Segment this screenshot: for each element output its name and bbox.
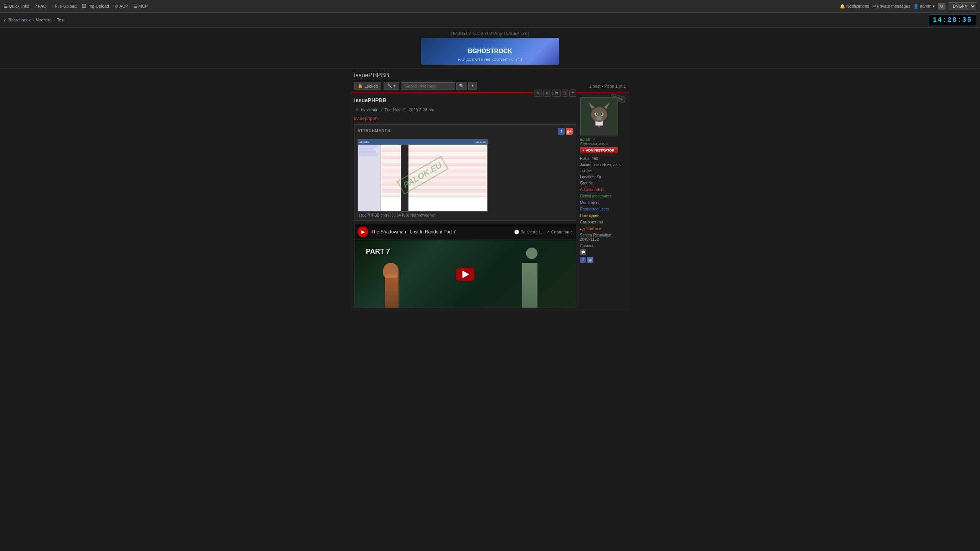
- youtube-play-button[interactable]: [456, 268, 474, 281]
- settings-button[interactable]: ⚙: [938, 3, 946, 10]
- acp-link[interactable]: ⚙ ACP: [114, 4, 128, 9]
- advanced-search-button[interactable]: ✦: [468, 82, 477, 90]
- sr13: [382, 187, 487, 190]
- advanced-search-icon: ✦: [471, 83, 474, 88]
- banner-image[interactable]: BGHOSTROCK НАЙ-ДОБРИТЕ УЕБ ХОСТИНГ УСЛУГ…: [421, 38, 559, 65]
- post-count-info: 1 post • Page 1 of 1: [589, 84, 626, 88]
- user-profile-link[interactable]: 👤 admin ▾: [913, 4, 935, 9]
- sr15: [382, 194, 487, 197]
- delete-post-button[interactable]: ✕: [543, 90, 551, 97]
- screenshot-content: [381, 145, 487, 211]
- group-global-moderators-link[interactable]: Global moderators: [580, 194, 611, 198]
- theme-selector[interactable]: DVGFX: [949, 2, 976, 10]
- attachment-screenshot[interactable]: admin.log Administrator: [358, 139, 488, 212]
- banner-tagline: НАЙ-ДОБРИТЕ УЕБ ХОСТИНГ УСЛУГИ: [458, 58, 522, 62]
- author-link[interactable]: admin: [367, 108, 379, 112]
- posts-stat: Posts: 460: [580, 156, 626, 162]
- svg-point-14: [596, 116, 602, 121]
- user-avatar: [580, 97, 618, 135]
- user-group-links: Administrators Global moderators Moderat…: [580, 186, 626, 232]
- board-index-link[interactable]: Board index: [8, 18, 31, 22]
- group-poll-link[interactable]: Потвърден: [580, 214, 599, 218]
- sr7: [382, 166, 487, 169]
- topic-title: issuePHPBB: [354, 72, 626, 79]
- black-bar: [401, 145, 408, 211]
- img-icon: 🖼: [82, 4, 86, 8]
- vk-icon[interactable]: vk: [587, 257, 593, 263]
- post-main: issuePHPBB ✎ ✕ ⚑ ℹ ❝: [354, 97, 576, 308]
- admin-badge: ♥ ADMINISTRATOR: [580, 147, 618, 153]
- breadcrumb-sep-2: ›: [54, 18, 55, 22]
- quick-links-menu[interactable]: ☰ Quick links: [4, 4, 29, 9]
- group-samo-link[interactable]: Само истина: [580, 220, 603, 224]
- post-title: issuePHPBB: [354, 97, 387, 103]
- username-display: admin ✓: [580, 137, 626, 142]
- user-sidebar: Online: [580, 97, 626, 308]
- notifications-link[interactable]: 🔔 Notifications: [840, 4, 869, 9]
- search-submit-button[interactable]: 🔍: [456, 82, 467, 90]
- attachment-image-container[interactable]: admin.log Administrator: [358, 139, 488, 212]
- group-administrators-link[interactable]: Administrators: [580, 187, 604, 192]
- edit-icon: ✎: [536, 91, 540, 95]
- group-moderators-link[interactable]: Moderators: [580, 201, 599, 205]
- faq-link[interactable]: ? FAQ: [34, 4, 46, 8]
- file-upload-link[interactable]: ↑ File-Upload: [52, 4, 77, 8]
- sr3: [382, 152, 487, 155]
- avatar-svg: [581, 98, 617, 135]
- edit-post-button[interactable]: ✎: [534, 90, 542, 97]
- section-link[interactable]: Чистота: [36, 18, 52, 22]
- faq-icon: ?: [34, 4, 37, 8]
- img-upload-link[interactable]: 🖼 Img-Upload: [82, 4, 109, 8]
- private-messages-link[interactable]: ✉ Private messages: [872, 4, 910, 9]
- facebook-icon[interactable]: f: [580, 257, 586, 263]
- breadcrumb: ⌂ Board index › Чистота › Test: [4, 18, 65, 22]
- share-google-button[interactable]: g+: [566, 128, 573, 135]
- joined-stat: Joined: Tue Feb 28, 2023 1:35 pm: [580, 162, 626, 174]
- top-navigation: ☰ Quick links ? FAQ ↑ File-Upload 🖼 Img-…: [0, 0, 980, 13]
- quote-post-button[interactable]: ❝: [569, 90, 576, 97]
- youtube-share-button[interactable]: ↗ Споделяне: [546, 230, 573, 235]
- topic-search-area: 🔍 ✦: [402, 82, 478, 90]
- username-link[interactable]: admin: [580, 137, 591, 142]
- gear-icon: ⚙: [940, 4, 944, 8]
- play-triangle: [462, 271, 469, 278]
- sr4: [382, 156, 487, 159]
- mcp-icon: ☰: [134, 4, 137, 9]
- sr14: [382, 190, 487, 193]
- youtube-watch-button[interactable]: 🕐 За гледан...: [514, 230, 544, 235]
- group-special-link[interactable]: Да 'Контакти: [580, 227, 603, 231]
- post-actions: ✎ ✕ ⚑ ℹ ❝: [534, 90, 576, 97]
- banner-brand: BGHOSTROCK: [468, 48, 512, 55]
- contact-icons: 💬: [580, 249, 626, 255]
- bell-icon: 🔔: [840, 4, 845, 9]
- post-icon: ◾: [354, 107, 359, 112]
- info-post-button[interactable]: ℹ: [562, 90, 568, 97]
- youtube-title: The Shadowman | Lost In Random Part 7: [371, 229, 456, 235]
- upload-icon: ↑: [52, 4, 54, 8]
- user-icon: 👤: [913, 4, 919, 9]
- youtube-thumbnail[interactable]: PART 7: [354, 240, 576, 308]
- banner-label: [ РАЗМЕНИ СВОЯ УНИКАЛЕН БАНЕР ТУК ]: [4, 31, 976, 36]
- topic-search-input[interactable]: [402, 82, 455, 90]
- sr6: [382, 163, 487, 166]
- send-pm-button[interactable]: 💬: [580, 249, 586, 255]
- acp-icon: ⚙: [114, 4, 118, 9]
- user-role: Администратор: [580, 142, 626, 146]
- screenshot-body: [358, 145, 487, 211]
- group-registered-link[interactable]: Registered users: [580, 207, 609, 211]
- social-icons: f vk: [580, 257, 626, 263]
- topic-tools-button[interactable]: 🔧 ▾: [384, 82, 399, 90]
- post-area: issuePHPBB ✎ ✕ ⚑ ℹ ❝: [350, 93, 630, 312]
- breadcrumb-bar: ⌂ Board index › Чистота › Test 14:28:35: [0, 13, 980, 28]
- youtube-part-label: PART 7: [366, 248, 390, 256]
- current-topic: Test: [57, 18, 65, 22]
- sr9: [382, 173, 487, 176]
- report-post-button[interactable]: ⚑: [552, 90, 561, 97]
- main-content: issuePHPBB 🔒 Locked 🔧 ▾ 🔍 ✦ 1 post: [350, 69, 630, 312]
- heart-icon: ♥: [582, 148, 584, 152]
- mcp-link[interactable]: ☰ MCP: [134, 4, 148, 9]
- share-facebook-button[interactable]: f: [558, 128, 565, 135]
- attachment-filename: issuePHPBB.png (333.64 KiB) Not viewed y…: [358, 213, 573, 217]
- sr8: [382, 170, 487, 173]
- youtube-header: ▶ The Shadowman | Lost In Random Part 7 …: [354, 224, 576, 240]
